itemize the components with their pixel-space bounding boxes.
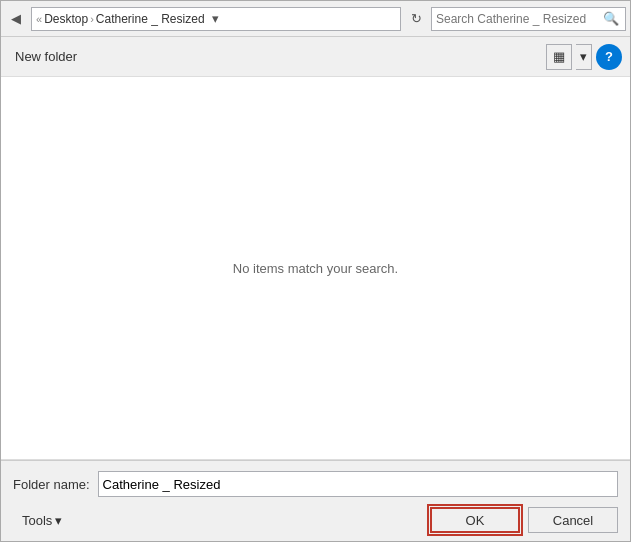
search-box[interactable]: 🔍 (431, 7, 626, 31)
back-icon: ◀ (11, 11, 21, 26)
cancel-label: Cancel (553, 513, 593, 528)
ok-label: OK (466, 513, 485, 528)
cancel-button[interactable]: Cancel (528, 507, 618, 533)
new-folder-label: New folder (15, 49, 77, 64)
bottom-bar: Folder name: Tools ▾ OK Cancel (1, 460, 630, 541)
refresh-button[interactable]: ↻ (405, 8, 427, 30)
tools-dropdown-icon: ▾ (55, 513, 62, 528)
back-button[interactable]: ◀ (5, 8, 27, 30)
refresh-icon: ↻ (411, 11, 422, 26)
breadcrumb-dropdown-button[interactable]: ▾ (207, 7, 225, 31)
content-area: No items match your search. (1, 77, 630, 460)
help-button[interactable]: ? (596, 44, 622, 70)
help-icon: ? (605, 49, 613, 64)
search-button[interactable]: 🔍 (601, 11, 621, 26)
breadcrumb-separator: › (90, 13, 94, 25)
view-icon: ▦ (553, 49, 565, 64)
tools-group: Tools ▾ (13, 507, 71, 533)
save-dialog: ◀ « Desktop › Catherine _ Resized ▾ ↻ 🔍 … (0, 0, 631, 542)
breadcrumb-bar[interactable]: « Desktop › Catherine _ Resized ▾ (31, 7, 401, 31)
search-icon: 🔍 (603, 11, 619, 26)
tools-label: Tools (22, 513, 52, 528)
new-folder-button[interactable]: New folder (9, 45, 83, 68)
breadcrumb-desktop[interactable]: Desktop (44, 12, 88, 26)
toolbar: New folder ▦ ▾ ? (1, 37, 630, 77)
folder-name-row: Folder name: (13, 471, 618, 497)
no-items-message: No items match your search. (233, 261, 398, 276)
folder-name-input[interactable] (98, 471, 618, 497)
nav-bar: ◀ « Desktop › Catherine _ Resized ▾ ↻ 🔍 (1, 1, 630, 37)
view-dropdown-icon: ▾ (580, 49, 587, 64)
toolbar-right: ▦ ▾ ? (546, 44, 622, 70)
buttons-row: Tools ▾ OK Cancel (13, 507, 618, 533)
search-input[interactable] (436, 12, 601, 26)
breadcrumb-prev-icon: « (36, 13, 42, 25)
breadcrumb-current[interactable]: Catherine _ Resized (96, 12, 205, 26)
view-dropdown-button[interactable]: ▾ (576, 44, 592, 70)
folder-name-label: Folder name: (13, 477, 90, 492)
breadcrumb-dropdown-icon: ▾ (212, 11, 219, 26)
tools-button[interactable]: Tools ▾ (13, 507, 71, 533)
view-button[interactable]: ▦ (546, 44, 572, 70)
nav-arrows: ◀ (5, 8, 27, 30)
ok-button[interactable]: OK (430, 507, 520, 533)
